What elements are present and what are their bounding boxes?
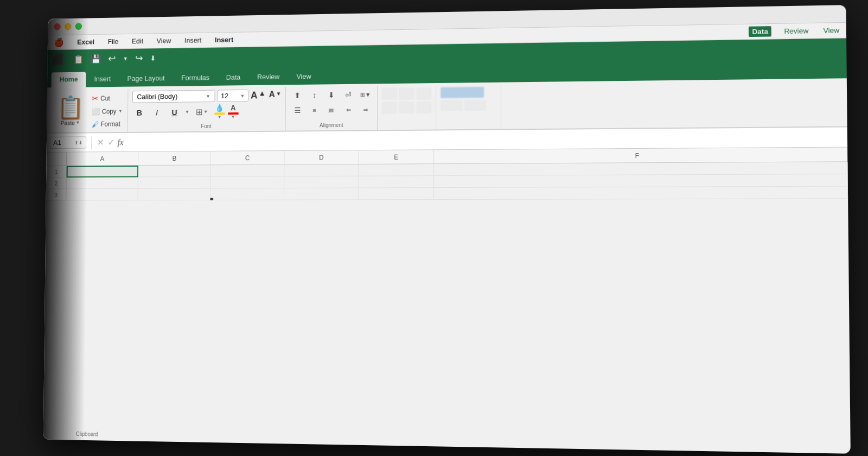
column-header-a[interactable]: A (67, 152, 138, 166)
font-color-dropdown-icon: ▼ (231, 115, 235, 119)
alignment-row2: ☰ ≡ ≣ ⇐ ⇒ (290, 103, 373, 117)
menu-file[interactable]: File (106, 36, 120, 47)
increase-font-size-button[interactable]: A (251, 90, 258, 102)
clipboard-group-label: Clipboard (76, 431, 98, 438)
font-color-button[interactable]: A ▼ (228, 104, 238, 120)
cell-b1[interactable] (138, 165, 211, 177)
cell-a1[interactable] (67, 166, 138, 178)
font-family-dropdown-icon: ▼ (206, 93, 210, 99)
font-group: Calibri (Body) ▼ 12 ▼ A ▲ A ▼ B I U ▼ (128, 87, 286, 132)
save-icon[interactable]: 💾 (88, 53, 103, 65)
column-header-b[interactable]: B (138, 151, 211, 165)
decrease-indent-button[interactable]: ⇐ (341, 103, 356, 116)
merge-center-button[interactable]: ⊞▼ (358, 88, 373, 101)
cell-d1[interactable] (284, 164, 359, 176)
decrease-arrow-icon: ▼ (276, 91, 282, 102)
font-size-selector[interactable]: 12 ▼ (217, 90, 248, 102)
row-num-3: 3 (46, 189, 67, 200)
maximize-button[interactable] (75, 23, 82, 30)
column-header-c[interactable]: C (211, 151, 285, 164)
italic-button[interactable]: I (150, 106, 164, 118)
paste-dropdown-icon[interactable]: ▼ (76, 120, 80, 125)
formula-confirm-icon[interactable]: ✓ (108, 137, 114, 148)
row-num-header (46, 153, 67, 166)
cell-c1[interactable] (211, 165, 285, 177)
increase-indent-button[interactable]: ⇒ (358, 103, 373, 116)
align-right-button[interactable]: ≣ (324, 104, 339, 117)
cell-d3[interactable] (284, 188, 359, 200)
apple-menu[interactable]: 🍎 (52, 36, 66, 48)
align-middle-button[interactable]: ↕ (307, 88, 322, 102)
tab-data[interactable]: Data (218, 70, 248, 86)
borders-button[interactable]: ⊞ ▼ (193, 105, 212, 118)
font-size-dropdown-icon: ▼ (240, 93, 245, 98)
bold-button[interactable]: B (132, 106, 146, 119)
column-header-e[interactable]: E (359, 150, 434, 164)
spreadsheet-area: A B C D E F 1 2 (46, 148, 848, 201)
cell-b2[interactable] (138, 177, 211, 189)
copy-dropdown-icon[interactable]: ▼ (118, 109, 123, 114)
underline-dropdown-icon[interactable]: ▼ (185, 109, 190, 115)
formula-divider (91, 136, 92, 149)
cell-a2[interactable] (66, 177, 138, 189)
menu-insert[interactable]: Insert (182, 35, 203, 46)
cell-f2[interactable] (434, 174, 848, 188)
cell-c2[interactable] (211, 176, 285, 188)
cell-f3[interactable] (434, 187, 848, 200)
align-left-button[interactable]: ☰ (290, 104, 305, 117)
cell-e1[interactable] (359, 164, 434, 176)
customize-icon[interactable]: ⬇ (148, 53, 158, 63)
formula-icons: ✕ ✓ (97, 137, 114, 148)
minimize-button[interactable] (65, 23, 71, 30)
align-bottom-button[interactable]: ⬇ (324, 88, 339, 102)
tab-home[interactable]: Home (52, 72, 86, 88)
name-box[interactable]: A1 ⬆⬇ (49, 136, 86, 149)
cell-c3[interactable] (210, 188, 284, 200)
cell-f1[interactable] (434, 162, 848, 176)
tab-formulas[interactable]: Formulas (173, 70, 218, 86)
cut-button[interactable]: ✂ Cut (90, 93, 124, 105)
wrap-text-button[interactable]: ⏎ (341, 88, 356, 102)
font-size-controls: A ▲ A ▼ (251, 90, 282, 101)
cell-b3[interactable] (138, 188, 211, 200)
paste-label: Paste (60, 120, 75, 126)
menu-view[interactable]: View (821, 25, 841, 36)
formula-cancel-icon[interactable]: ✕ (97, 137, 104, 147)
copy-button[interactable]: ⬜ Copy ▼ (90, 106, 124, 117)
close-button[interactable] (54, 23, 60, 30)
redo-icon[interactable]: ↪ (133, 51, 145, 65)
row-num-1: 1 (46, 166, 67, 177)
new-workbook-icon[interactable]: 📋 (71, 53, 85, 65)
column-header-d[interactable]: D (284, 150, 359, 164)
format-painter-button[interactable]: 🖌 Format (90, 119, 124, 130)
undo-dropdown-icon[interactable]: ▼ (121, 54, 130, 62)
align-center-button[interactable]: ≡ (307, 104, 322, 117)
font-family-selector[interactable]: Calibri (Body) ▼ (132, 90, 215, 103)
tab-review[interactable]: Review (249, 69, 288, 85)
cell-e3[interactable] (359, 188, 434, 200)
formula-input[interactable] (126, 133, 844, 146)
highlight-dropdown-icon: ▼ (218, 115, 222, 119)
tab-insert[interactable]: Insert (86, 72, 119, 87)
underline-button[interactable]: U (167, 106, 182, 118)
cell-e2[interactable] (359, 176, 434, 188)
cell-d2[interactable] (284, 176, 359, 188)
grid-area: 1 2 3 (46, 162, 848, 200)
undo-icon[interactable]: ↩ (106, 52, 118, 65)
tab-view[interactable]: View (288, 69, 320, 85)
cell-a3[interactable] (66, 189, 138, 201)
menu-review[interactable]: Review (782, 26, 810, 36)
menu-data[interactable]: Data (749, 26, 771, 37)
menu-edit[interactable]: Edit (130, 36, 145, 46)
highlight-color-button[interactable]: 💧 ▼ (214, 104, 225, 119)
column-header-f[interactable]: F (434, 148, 847, 164)
align-top-button[interactable]: ⬆ (290, 89, 305, 102)
tab-page-layout[interactable]: Page Layout (119, 71, 173, 87)
paste-button[interactable]: 📋 Paste ▼ (53, 91, 88, 131)
menu-excel[interactable]: Excel (75, 37, 97, 47)
menu-view[interactable]: View (155, 36, 173, 46)
decrease-font-size-button[interactable]: A (269, 90, 275, 101)
alignment-row1: ⬆ ↕ ⬇ ⏎ ⊞▼ (290, 88, 373, 102)
menu-insert-partial[interactable]: Insert (213, 35, 235, 45)
clipboard-actions: ✂ Cut ⬜ Copy ▼ 🖌 Format (90, 91, 125, 131)
